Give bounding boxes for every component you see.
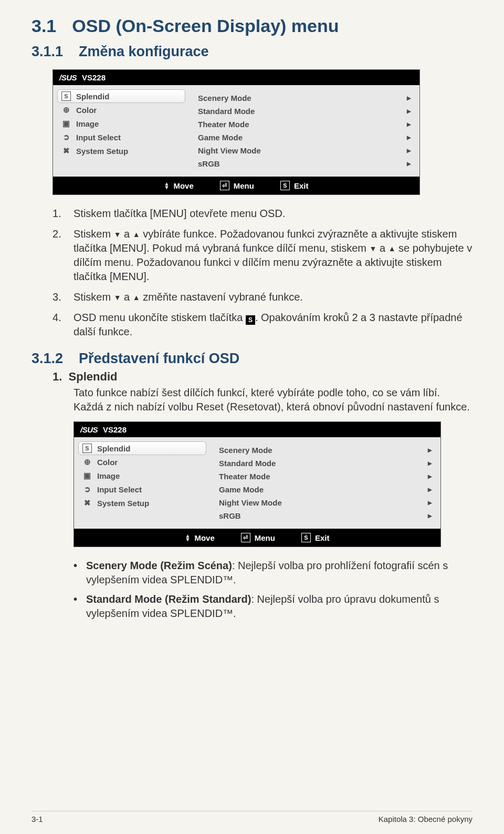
osd-menu-item: ✖System Setup	[57, 144, 185, 158]
osd-foot-exit: S Exit	[280, 181, 309, 190]
footer-chapter: Kapitola 3: Obecné pokyny	[379, 815, 472, 823]
s-button-icon: S	[301, 533, 311, 542]
foot-exit-label: Exit	[294, 181, 309, 190]
submenu-label: Game Mode	[198, 133, 243, 142]
osd-submenu-item: Standard Mode▶	[196, 105, 413, 118]
menu-item-label: Color	[76, 106, 97, 115]
osd-menu-item: SSplendid	[57, 89, 185, 103]
menu-icon: ▣	[61, 119, 71, 128]
menu-icon: ✖	[61, 146, 71, 156]
osd-submenu-item: Standard Mode▶	[217, 457, 434, 470]
foot-exit-label: Exit	[315, 533, 330, 542]
right-triangle-icon: ▶	[407, 135, 411, 140]
menu-icon: ⊕	[82, 457, 92, 467]
step-1: Stiskem tlačítka [MENU] otevřete menu OS…	[52, 207, 472, 221]
foot-move-label: Move	[194, 533, 214, 542]
foot-menu-label: Menu	[234, 181, 254, 190]
up-down-arrows-icon: ▲▼	[164, 182, 170, 189]
step-3: Stiskem ▼ a ▲ změňte nastavení vybrané f…	[52, 290, 472, 304]
menu-icon: ▣	[82, 471, 92, 480]
submenu-label: sRGB	[198, 159, 220, 168]
osd-submenu-item: Game Mode▶	[217, 483, 434, 496]
osd-submenu-item: Theater Mode▶	[196, 118, 413, 131]
menu-item-label: System Setup	[76, 147, 128, 156]
asus-logo: /SUS	[59, 73, 77, 82]
h1-number: 3.1	[32, 16, 56, 36]
osd-menu-item: ▣Image	[78, 469, 206, 482]
submenu-label: Scenery Mode	[198, 94, 251, 102]
osd-submenu-item: Scenery Mode▶	[196, 91, 413, 105]
right-triangle-icon: ▶	[428, 473, 432, 479]
osd-foot-menu: ⏎ Menu	[220, 181, 254, 190]
h2-text: Změna konfigurace	[79, 44, 209, 60]
osd-menu-item: SSplendid	[78, 441, 206, 455]
step-2: Stiskem ▼ a ▲ vybíráte funkce. Požadovan…	[52, 227, 472, 284]
asus-logo: /SUS	[80, 425, 98, 434]
menu-item-label: Splendid	[97, 444, 130, 453]
s-button-icon: S	[246, 315, 255, 325]
right-triangle-icon: ▶	[428, 447, 432, 453]
submenu-label: Scenery Mode	[219, 446, 272, 455]
right-triangle-icon: ▶	[407, 95, 411, 101]
menu-item-label: Color	[97, 458, 118, 467]
osd-menu-item: ➲Input Select	[57, 130, 185, 144]
osd-submenu-item: Game Mode▶	[196, 131, 413, 144]
osd-left-menu: SSplendid⊕Color▣Image➲Input Select✖Syste…	[53, 85, 190, 177]
osd-submenu-item: Scenery Mode▶	[217, 444, 434, 457]
osd-footer: ▲▼ Move ⏎ Menu S Exit	[53, 177, 419, 194]
osd-submenu-item: Night View Mode▶	[217, 496, 434, 509]
right-triangle-icon: ▶	[428, 460, 432, 466]
page-footer: 3-1 Kapitola 3: Obecné pokyny	[32, 811, 472, 823]
bullet-scenery: Scenery Mode (Režim Scéna): Nejlepší vol…	[74, 559, 472, 587]
h2-number: 3.1.1	[32, 44, 63, 60]
osd-menu-item: ⊕Color	[57, 103, 185, 117]
osd-submenu-item: sRGB▶	[217, 509, 434, 522]
menu-icon: ➲	[61, 132, 71, 142]
splendid-description: Tato funkce nabízí šest dílčích funkcí, …	[74, 386, 472, 414]
submenu-label: Theater Mode	[219, 472, 270, 481]
submenu-label: Theater Mode	[198, 120, 249, 129]
osd-titlebar: /SUS VS228	[53, 70, 419, 85]
splendid-icon: S	[61, 91, 71, 101]
submenu-label: Night View Mode	[219, 498, 282, 507]
mode-bullet-list: Scenery Mode (Režim Scéna): Nejlepší vol…	[74, 559, 472, 621]
submenu-label: Standard Mode	[198, 107, 255, 116]
osd-screenshot-2: /SUS VS228 SSplendid⊕Color▣Image➲Input S…	[74, 421, 441, 547]
osd-model: VS228	[103, 425, 127, 434]
submenu-label: Game Mode	[219, 485, 264, 494]
submenu-label: Night View Mode	[198, 146, 261, 155]
osd-foot-menu: ⏎ Menu	[241, 533, 275, 542]
osd-foot-move: ▲▼ Move	[164, 181, 194, 190]
osd-menu-item: ⊕Color	[78, 455, 206, 469]
osd-submenu-item: Theater Mode▶	[217, 470, 434, 483]
osd-menu-item: ➲Input Select	[78, 482, 206, 496]
right-triangle-icon: ▶	[407, 161, 411, 167]
up-triangle-icon: ▲	[133, 230, 140, 240]
menu-item-label: System Setup	[97, 499, 149, 508]
h3-text: Představení funkcí OSD	[79, 351, 239, 367]
h3-number: 3.1.2	[32, 351, 63, 367]
down-triangle-icon: ▼	[370, 244, 377, 254]
osd-screenshot-1: /SUS VS228 SSplendid⊕Color▣Image➲Input S…	[52, 69, 420, 195]
osd-left-menu: SSplendid⊕Color▣Image➲Input Select✖Syste…	[74, 437, 211, 529]
osd-body: SSplendid⊕Color▣Image➲Input Select✖Syste…	[53, 85, 419, 177]
h1-text: OSD (On-Screen Display) menu	[72, 16, 339, 36]
osd-submenu-item: sRGB▶	[196, 157, 413, 170]
osd-foot-move: ▲▼ Move	[185, 533, 215, 542]
up-down-arrows-icon: ▲▼	[185, 534, 191, 541]
right-triangle-icon: ▶	[407, 121, 411, 127]
up-triangle-icon: ▲	[388, 244, 396, 254]
down-triangle-icon: ▼	[114, 230, 121, 240]
osd-right-menu: Scenery Mode▶Standard Mode▶Theater Mode▶…	[211, 437, 440, 529]
down-triangle-icon: ▼	[114, 293, 121, 303]
subsection-splendid: 1. Splendid	[52, 370, 472, 384]
footer-page: 3-1	[32, 815, 43, 823]
osd-body: SSplendid⊕Color▣Image➲Input Select✖Syste…	[74, 437, 440, 529]
menu-button-icon: ⏎	[220, 181, 229, 190]
osd-footer: ▲▼ Move ⏎ Menu S Exit	[74, 529, 440, 547]
step-4: OSD menu ukončíte stiskem tlačítka S. Op…	[52, 311, 472, 339]
osd-titlebar: /SUS VS228	[74, 422, 440, 437]
foot-move-label: Move	[173, 181, 193, 190]
heading-3: 3.1.2 Představení funkcí OSD	[32, 351, 472, 367]
submenu-label: Standard Mode	[219, 459, 276, 468]
